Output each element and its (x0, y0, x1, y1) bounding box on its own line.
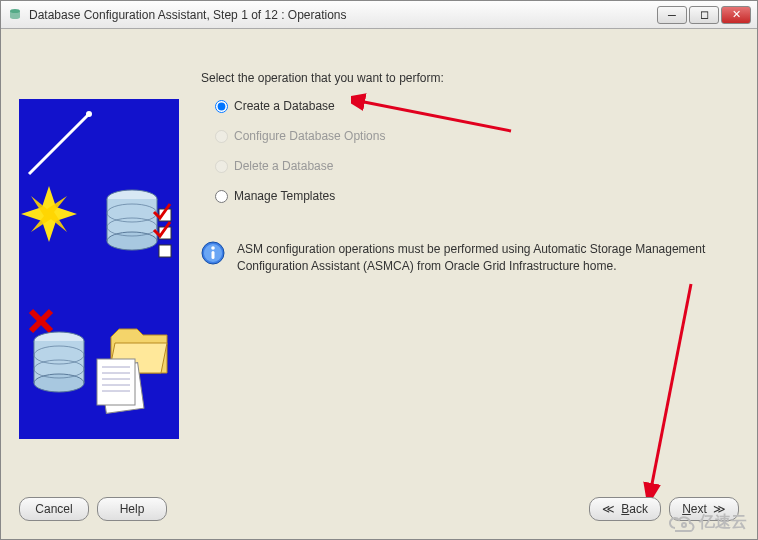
svg-point-34 (682, 523, 686, 527)
window-controls: ─ ◻ ✕ (657, 6, 751, 24)
radio-configure-options[interactable]: Configure Database Options (215, 127, 385, 145)
app-icon (7, 7, 23, 23)
info-text: ASM configuration operations must be per… (237, 241, 727, 275)
operation-radio-group: Create a Database Configure Database Opt… (215, 97, 385, 205)
svg-point-3 (86, 111, 92, 117)
chevron-left-icon: ≪ (602, 502, 615, 516)
cancel-button[interactable]: Cancel (19, 497, 89, 521)
close-button[interactable]: ✕ (721, 6, 751, 24)
maximize-button[interactable]: ◻ (689, 6, 719, 24)
radio-label-delete: Delete a Database (234, 159, 333, 173)
svg-rect-30 (212, 251, 215, 259)
radio-create-database[interactable]: Create a Database (215, 97, 385, 115)
help-button[interactable]: Help (97, 497, 167, 521)
info-icon (201, 241, 225, 265)
info-row: ASM configuration operations must be per… (201, 241, 727, 275)
radio-delete-database[interactable]: Delete a Database (215, 157, 385, 175)
back-button[interactable]: ≪ Back (589, 497, 661, 521)
svg-point-18 (34, 374, 84, 392)
svg-point-8 (107, 232, 157, 250)
wizard-graphic (19, 99, 179, 439)
radio-input-templates[interactable] (215, 190, 228, 203)
prompt-text: Select the operation that you want to pe… (201, 71, 444, 85)
svg-rect-22 (97, 359, 135, 405)
radio-input-configure[interactable] (215, 130, 228, 143)
radio-input-create[interactable] (215, 100, 228, 113)
radio-label-configure: Configure Database Options (234, 129, 385, 143)
content-area: Select the operation that you want to pe… (1, 29, 757, 539)
radio-label-templates: Manage Templates (234, 189, 335, 203)
minimize-button[interactable]: ─ (657, 6, 687, 24)
watermark: 亿速云 (667, 512, 747, 533)
radio-manage-templates[interactable]: Manage Templates (215, 187, 385, 205)
titlebar[interactable]: Database Configuration Assistant, Step 1… (1, 1, 757, 29)
window-title: Database Configuration Assistant, Step 1… (29, 8, 657, 22)
svg-point-31 (211, 246, 215, 250)
radio-label-create: Create a Database (234, 99, 335, 113)
annotation-arrow-2 (601, 279, 701, 499)
svg-rect-13 (159, 245, 171, 257)
button-row: Cancel Help ≪ Back Next ≫ (19, 497, 739, 521)
radio-input-delete[interactable] (215, 160, 228, 173)
wizard-window: Database Configuration Assistant, Step 1… (0, 0, 758, 540)
svg-line-33 (651, 284, 691, 489)
